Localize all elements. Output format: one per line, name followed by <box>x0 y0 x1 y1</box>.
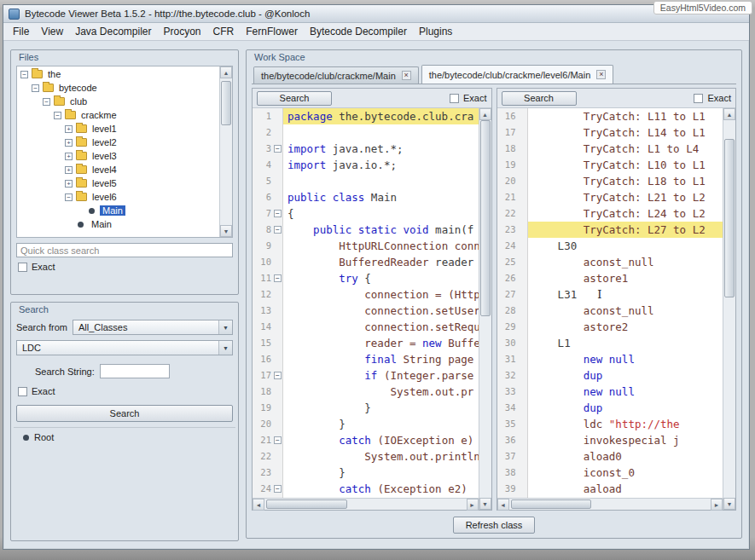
code-line: 19 } <box>253 400 479 416</box>
menu-procyon[interactable]: Procyon <box>158 24 207 39</box>
scrollbar-track[interactable] <box>479 120 491 498</box>
editor-search-button[interactable]: Search <box>257 91 332 106</box>
tree-item-main[interactable]: Main <box>17 204 219 217</box>
line-number: 18 <box>253 384 283 400</box>
code-line: 19 TryCatch: L10 to L1 <box>497 157 723 173</box>
code-area[interactable]: 16 TryCatch: L11 to L117 TryCatch: L14 t… <box>497 108 723 498</box>
code-line: 5 <box>253 173 479 189</box>
vertical-scrollbar[interactable]: ▲▼ <box>723 108 735 510</box>
expand-icon[interactable]: + <box>65 180 73 188</box>
exact-checkbox[interactable] <box>694 94 703 103</box>
horizontal-scrollbar[interactable]: ◄► <box>497 498 723 510</box>
tab-the-bytecode-club-crackme-level6-main[interactable]: the/bytecode/club/crackme/level6/Main× <box>421 65 614 84</box>
search-exact-row: Exact <box>18 386 55 396</box>
menu-fernflower[interactable]: FernFlower <box>240 24 304 39</box>
tree-item-main[interactable]: Main <box>17 217 219 231</box>
tree-item-crackme[interactable]: −crackme <box>17 108 219 122</box>
scrollbar-thumb[interactable] <box>511 499 592 509</box>
menu-plugins[interactable]: Plugins <box>413 24 458 39</box>
fold-icon[interactable]: − <box>274 210 282 217</box>
search-button[interactable]: Search <box>16 405 233 422</box>
menu-cfr[interactable]: CFR <box>207 24 241 39</box>
expand-icon[interactable]: + <box>65 153 73 160</box>
tree-item-level5[interactable]: +level5 <box>17 176 219 190</box>
collapse-icon[interactable]: − <box>43 98 50 106</box>
menu-view[interactable]: View <box>35 24 69 39</box>
scroll-down-icon[interactable]: ▼ <box>479 498 491 510</box>
editor-exact-row: Exact <box>450 93 487 103</box>
line-number: 24 <box>497 238 528 254</box>
main-content: Files −the−bytecode−club−crackme+level1+… <box>3 41 749 549</box>
scroll-right-icon[interactable]: ► <box>711 499 723 511</box>
line-number: 32 <box>497 367 528 384</box>
scrollbar-track[interactable] <box>723 120 735 498</box>
search-string-input[interactable] <box>100 364 170 378</box>
tab-the-bytecode-club-crackme-main[interactable]: the/bytecode/club/crackme/Main× <box>253 66 419 84</box>
tree-item-level2[interactable]: +level2 <box>17 136 219 149</box>
tree-item-level3[interactable]: +level3 <box>17 149 219 163</box>
code-line: 22 TryCatch: L24 to L2 <box>497 205 723 222</box>
line-number: 24− <box>253 481 283 497</box>
search-type-select[interactable]: LDC ▼ <box>16 340 233 355</box>
exact-checkbox[interactable] <box>450 94 459 103</box>
fold-icon[interactable]: − <box>274 274 282 282</box>
exact-checkbox[interactable] <box>18 263 27 272</box>
tree-item-level4[interactable]: +level4 <box>17 163 219 176</box>
expand-icon[interactable]: + <box>65 125 73 133</box>
search-result-root[interactable]: Root <box>14 432 235 442</box>
fold-icon[interactable]: − <box>274 226 282 234</box>
code-line: 21 TryCatch: L21 to L2 <box>497 189 723 205</box>
editor-search-button[interactable]: Search <box>502 91 577 106</box>
tree-item-bytecode[interactable]: −bytecode <box>17 81 219 95</box>
collapse-icon[interactable]: − <box>54 112 61 119</box>
code-line: 28 aconst_null <box>497 303 723 319</box>
code-line: 9 HttpURLConnection conn <box>253 238 479 254</box>
collapse-icon[interactable]: − <box>65 193 73 201</box>
tree-item-club[interactable]: −club <box>17 95 219 108</box>
fold-icon[interactable]: − <box>274 372 282 379</box>
menu-bytecode-decompiler[interactable]: Bytecode Decompiler <box>304 24 413 39</box>
scroll-left-icon[interactable]: ◄ <box>253 499 264 511</box>
search-scope-select[interactable]: All_Classes ▼ <box>73 320 233 335</box>
vertical-scrollbar[interactable]: ▲▼ <box>479 108 491 510</box>
fold-icon[interactable]: − <box>274 436 282 444</box>
refresh-class-button[interactable]: Refresh class <box>453 517 536 534</box>
scrollbar-thumb[interactable] <box>480 120 491 316</box>
expand-icon[interactable]: + <box>65 139 73 147</box>
folder-icon <box>54 97 65 106</box>
code-line: 20 } <box>253 416 479 432</box>
horizontal-scrollbar[interactable]: ◄► <box>253 498 479 510</box>
vertical-scrollbar[interactable]: ▲▼ <box>219 66 232 237</box>
scrollbar-track[interactable] <box>509 499 711 510</box>
tree-item-the[interactable]: −the <box>17 67 219 81</box>
tree-item-level1[interactable]: +level1 <box>17 122 219 136</box>
tree-item-level6[interactable]: −level6 <box>17 190 219 204</box>
quick-class-search-input[interactable] <box>16 243 233 257</box>
scroll-right-icon[interactable]: ► <box>467 499 479 511</box>
collapse-icon[interactable]: − <box>32 84 39 92</box>
fold-icon[interactable]: − <box>274 145 282 153</box>
close-tab-icon[interactable]: × <box>596 70 606 79</box>
fold-icon[interactable]: − <box>274 485 282 493</box>
scroll-down-icon[interactable]: ▼ <box>220 225 232 237</box>
scroll-up-icon[interactable]: ▲ <box>723 108 735 120</box>
menu-file[interactable]: File <box>7 24 35 39</box>
scroll-down-icon[interactable]: ▼ <box>723 498 735 510</box>
scroll-left-icon[interactable]: ◄ <box>497 499 509 511</box>
close-tab-icon[interactable]: × <box>402 71 411 80</box>
code-line: 3−import java.net.*; <box>253 141 479 157</box>
line-number: 17 <box>497 124 528 141</box>
scrollbar-thumb[interactable] <box>724 139 735 297</box>
collapse-icon[interactable]: − <box>20 71 28 78</box>
scrollbar-thumb[interactable] <box>221 81 231 125</box>
scroll-up-icon[interactable]: ▲ <box>479 108 491 120</box>
menu-java-decompiler[interactable]: Java Decompiler <box>69 24 157 39</box>
search-results: Root <box>14 427 235 538</box>
scrollbar-track[interactable] <box>264 499 467 510</box>
scrollbar-thumb[interactable] <box>266 499 347 509</box>
scrollbar-track[interactable] <box>220 78 232 225</box>
exact-checkbox[interactable] <box>18 387 27 396</box>
code-area[interactable]: 1package the.bytecode.club.cra23−import … <box>253 108 479 498</box>
scroll-up-icon[interactable]: ▲ <box>220 66 232 78</box>
expand-icon[interactable]: + <box>65 166 73 174</box>
